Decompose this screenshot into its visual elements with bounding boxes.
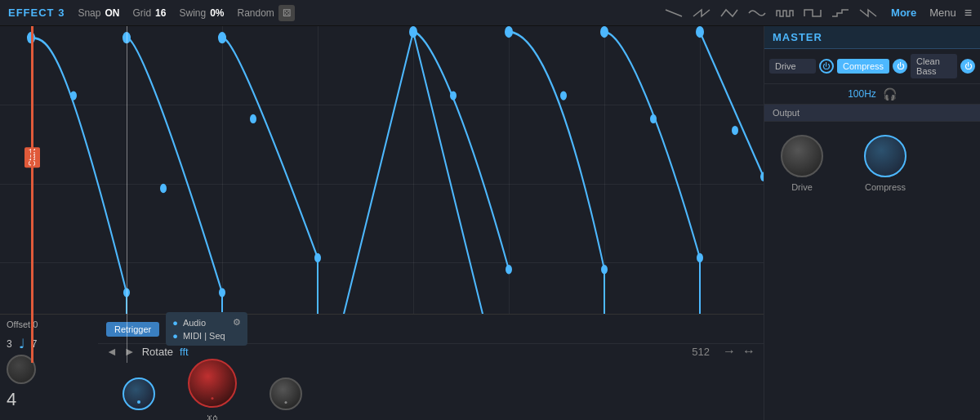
svg-point-12 (560, 91, 567, 100)
sawtooth-up-icon[interactable] (692, 7, 711, 20)
grid-line (604, 26, 605, 363)
svg-point-1 (70, 91, 77, 100)
rotate-value[interactable]: fft (180, 346, 189, 358)
clean-bass-slot[interactable]: Clean Bass (911, 54, 957, 78)
random-label: Random (238, 7, 274, 19)
drive-knob-wrap: Drive (781, 135, 823, 192)
headphone-icon[interactable]: 🎧 (883, 87, 897, 101)
retrigger-button[interactable]: Retrigger (106, 322, 159, 337)
effect-title: EFFECT 3 (8, 7, 65, 19)
rotate-label: Rotate (142, 346, 173, 358)
knob-right (270, 378, 302, 410)
offset-label: Offset 0 (7, 319, 91, 329)
rotate-right-arrow[interactable]: ► (124, 345, 136, 358)
more-button[interactable]: More (891, 7, 916, 19)
drive-slot[interactable]: Drive (769, 59, 816, 74)
channel-options: ● Audio ⚙ ● MIDI | Seq (166, 312, 247, 346)
hz-value[interactable]: 100Hz (848, 88, 876, 100)
sequencer: Start (0, 26, 764, 420)
grid-line (509, 26, 510, 363)
bottom-controls: Offset 0 3 ♩ 7 4 Retrigger ● Audi (0, 314, 764, 420)
menu-button[interactable]: Menu (929, 7, 956, 19)
knob-center: ⛓ (188, 359, 237, 420)
step-icon[interactable] (831, 7, 850, 20)
rotate-num: 512 (692, 346, 710, 358)
start-marker (31, 26, 33, 363)
arrow-right-icon[interactable]: → (723, 344, 736, 359)
output-label: Output (773, 108, 800, 118)
grid-line (700, 26, 701, 363)
drive-power-button[interactable]: ⏻ (819, 59, 834, 74)
midi-label: MIDI | Seq (183, 331, 225, 341)
drive-knob-label: Drive (791, 182, 813, 192)
svg-point-20 (760, 172, 764, 181)
svg-point-10 (450, 91, 457, 100)
triangle-icon[interactable] (719, 7, 739, 20)
midi-channel-row[interactable]: ● MIDI | Seq (172, 329, 241, 342)
playhead (127, 26, 127, 363)
swing-value[interactable]: 0% (210, 7, 224, 19)
left-knob[interactable] (122, 378, 155, 410)
hz-row: 100Hz 🎧 (764, 84, 980, 105)
compress-power-button[interactable]: ⏻ (893, 59, 907, 74)
chain-icon: ⛓ (206, 414, 219, 420)
snap-value[interactable]: ON (105, 7, 119, 19)
hamburger-icon[interactable]: ≡ (964, 6, 972, 20)
center-knob[interactable] (188, 359, 237, 408)
num-4: 4 (7, 389, 91, 410)
waveform-icons: More Menu ≡ (664, 6, 972, 20)
arrow-both-icon[interactable]: ↔ (742, 344, 755, 359)
svg-point-3 (160, 184, 167, 193)
drive-knob[interactable] (781, 135, 823, 177)
audio-label: Audio (183, 318, 206, 328)
audio-channel-row[interactable]: ● Audio ⚙ (172, 315, 241, 329)
gear-icon[interactable]: ⚙ (233, 317, 241, 328)
swing-label: Swing (179, 7, 206, 19)
grid-label: Grid (132, 7, 151, 19)
compress-knob-wrap: Compress (864, 135, 906, 192)
snap-control: Snap ON (78, 7, 119, 19)
midi-dot-icon: ● (172, 331, 178, 341)
sine-icon[interactable] (747, 7, 767, 20)
master-knobs: Drive Compress (764, 122, 980, 205)
snap-label: Snap (78, 7, 100, 19)
compress-slot[interactable]: Compress (837, 59, 889, 74)
beat-dot-icon: ♩ (19, 336, 25, 351)
grid-control: Grid 16 (132, 7, 166, 19)
nums-row: 3 ♩ 7 (7, 336, 91, 351)
num-3: 3 (7, 338, 12, 350)
svg-point-15 (650, 114, 657, 123)
bottom-mid-panel: Retrigger ● Audio ⚙ ● MIDI | Seq (98, 314, 764, 420)
random-control: Random ⚄ (238, 5, 295, 21)
svg-point-6 (250, 114, 256, 123)
drive-label: Drive (775, 61, 796, 71)
compress-knob-label: Compress (865, 182, 906, 192)
grid-line-h (0, 262, 764, 263)
grid-line-h (0, 184, 764, 185)
right-knob[interactable] (270, 378, 302, 410)
output-bar: Output (764, 105, 980, 122)
reverse-saw-icon[interactable] (858, 7, 878, 20)
master-slots: Drive ⏻ Compress ⏻ Clean Bass ⏻ (764, 49, 980, 84)
grid-line (318, 26, 318, 363)
grid-value[interactable]: 16 (155, 7, 166, 19)
knobs-row: ⛓ (98, 359, 764, 420)
right-panel: MASTER Drive ⏻ Compress ⏻ Clean Bass ⏻ 1… (764, 26, 980, 420)
pulse-icon[interactable] (775, 7, 795, 20)
dice-button[interactable]: ⚄ (278, 5, 295, 21)
compress-label: Compress (843, 61, 884, 71)
bottom-left-panel: Offset 0 3 ♩ 7 4 (0, 314, 98, 420)
swing-control: Swing 0% (179, 7, 224, 19)
square-icon[interactable] (803, 7, 822, 20)
main-area: Start (0, 26, 980, 420)
clean-bass-power-button[interactable]: ⏻ (960, 59, 975, 74)
rotate-left-arrow[interactable]: ◄ (106, 345, 118, 358)
grid-line-h (0, 105, 764, 105)
compress-knob[interactable] (864, 135, 906, 177)
rotate-row: ◄ ► Rotate fft 512 → ↔ (98, 344, 764, 359)
svg-point-18 (732, 126, 738, 135)
ramp-down-icon[interactable] (664, 7, 684, 20)
seq-row: Retrigger ● Audio ⚙ ● MIDI | Seq (98, 315, 764, 344)
top-bar: EFFECT 3 Snap ON Grid 16 Swing 0% Random… (0, 0, 980, 26)
grid-line (413, 26, 414, 363)
